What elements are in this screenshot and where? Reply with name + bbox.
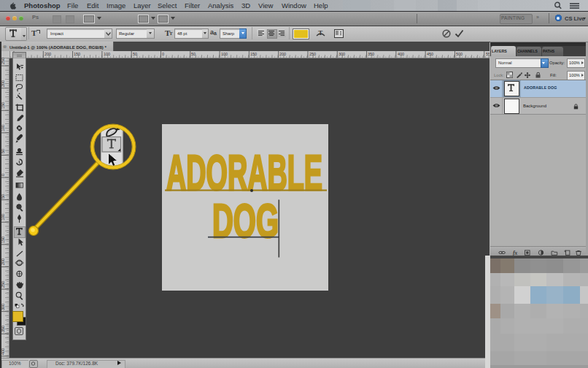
- svg-text:T: T: [318, 29, 322, 37]
- svg-text:DOG: DOG: [212, 195, 279, 247]
- svg-text:fx: fx: [513, 250, 517, 256]
- svg-text:ADORABLE: ADORABLE: [166, 145, 322, 201]
